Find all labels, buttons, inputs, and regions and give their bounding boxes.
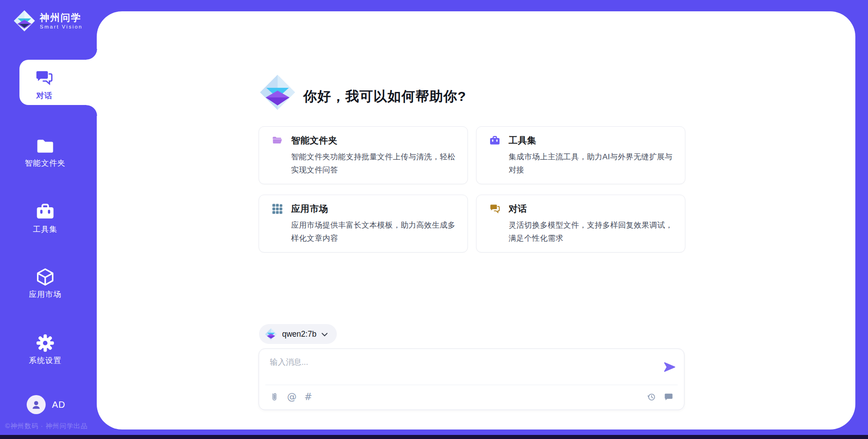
card-description: 智能文件夹功能支持批量文件上传与清洗，轻松实现文件问答 (291, 150, 457, 177)
send-icon (663, 360, 676, 374)
composer-divider (265, 385, 678, 385)
bottom-window-edge (0, 435, 868, 439)
open-folder-icon (272, 135, 283, 146)
copyright: ©神州数码 · 神州问学出品 (0, 422, 93, 430)
history-icon (646, 392, 656, 402)
card-title: 对话 (509, 203, 527, 215)
sidebar-item-chat[interactable]: 对话 (19, 60, 97, 105)
new-chat-button[interactable] (664, 391, 674, 402)
feature-cards: 智能文件夹 智能文件夹功能支持批量文件上传与清洗，轻松实现文件问答 工具集 集成… (259, 126, 685, 253)
mention-button[interactable]: @ (287, 391, 297, 402)
card-title: 工具集 (509, 134, 537, 147)
briefcase-icon (489, 135, 500, 146)
message-composer: @ # (259, 348, 684, 410)
gear-icon (35, 333, 55, 353)
card-title: 应用市场 (291, 203, 328, 215)
sidebar-item-label: 对话 (19, 91, 69, 101)
card-toolset[interactable]: 工具集 集成市场上主流工具，助力AI与外界无缝扩展与对接 (476, 126, 685, 184)
sidebar-item-smart-folder[interactable]: 智能文件夹 (1, 136, 90, 168)
person-icon (30, 399, 42, 410)
cube-icon (35, 267, 55, 287)
greeting-text: 你好，我可以如何帮助你? (303, 87, 466, 106)
sidebar-item-app-market[interactable]: 应用市场 (1, 267, 90, 300)
diamond-logo (14, 10, 35, 32)
folder-icon (35, 136, 55, 156)
brand-name: 神州问学 (40, 12, 83, 23)
sidebar-item-label: 应用市场 (1, 289, 90, 300)
paperclip-icon (269, 392, 279, 402)
brand-subtitle: Smart Vision (40, 24, 83, 29)
sidebar-item-label: 智能文件夹 (1, 158, 90, 168)
card-app-market[interactable]: 应用市场 应用市场提供丰富长文本模板，助力高效生成多样化文章内容 (259, 195, 468, 253)
sidebar: 神州问学 Smart Vision 对话 智能文件夹 (0, 0, 97, 439)
user-name: AD (52, 400, 66, 410)
topic-button[interactable]: # (304, 391, 312, 402)
chat-bubbles-icon (34, 69, 54, 88)
greeting-diamond-logo (259, 74, 296, 111)
model-selector[interactable]: qwen2:7b (259, 324, 337, 344)
sidebar-item-label: 系统设置 (1, 355, 90, 366)
main-content: 你好，我可以如何帮助你? 智能文件夹 智能文件夹功能支持批量文件上传与清洗，轻松… (97, 11, 855, 429)
card-description: 灵活切换多模型文件，支持多样回复效果调试，满足个性化需求 (509, 219, 674, 245)
model-name: qwen2:7b (282, 329, 316, 339)
card-description: 集成市场上主流工具，助力AI与外界无缝扩展与对接 (509, 150, 674, 177)
sidebar-item-settings[interactable]: 系统设置 (1, 333, 90, 366)
send-button[interactable] (663, 360, 676, 374)
attach-file-button[interactable] (269, 391, 279, 402)
card-title: 智能文件夹 (291, 134, 338, 147)
grid-icon (272, 203, 283, 215)
avatar (27, 395, 46, 414)
composer-toolbar-left: @ # (269, 391, 312, 402)
briefcase-icon (35, 202, 55, 222)
card-description: 应用市场提供丰富长文本模板，助力高效生成多样化文章内容 (291, 219, 457, 245)
chat-icon (664, 392, 674, 402)
card-smart-folder[interactable]: 智能文件夹 智能文件夹功能支持批量文件上传与清洗，轻松实现文件问答 (259, 126, 468, 184)
chat-bubbles-icon (489, 203, 500, 215)
composer-toolbar-right (646, 391, 674, 402)
chevron-down-icon (321, 333, 328, 337)
message-input[interactable] (270, 357, 650, 382)
diamond-logo (265, 328, 277, 340)
at-icon: @ (287, 392, 297, 402)
card-chat[interactable]: 对话 灵活切换多模型文件，支持多样回复效果调试，满足个性化需求 (476, 195, 685, 253)
user-account[interactable]: AD (27, 395, 66, 414)
sidebar-item-toolset[interactable]: 工具集 (1, 202, 90, 234)
sidebar-item-label: 工具集 (1, 224, 90, 234)
hash-icon: # (304, 392, 312, 402)
history-button[interactable] (646, 391, 656, 402)
brand: 神州问学 Smart Vision (14, 10, 83, 32)
